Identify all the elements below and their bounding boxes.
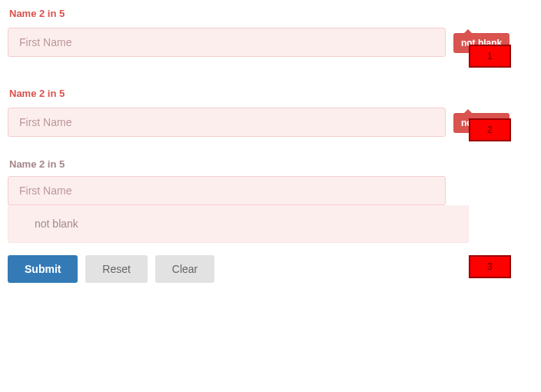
first-name-input[interactable] [8,28,446,57]
annotation-marker: 1 [469,45,511,68]
field-label: Name 2 in 5 [8,158,533,170]
annotation-marker: 3 [469,255,511,278]
annotation-marker: 2 [469,118,511,141]
reset-button[interactable]: Reset [85,255,148,283]
field-label: Name 2 in 5 [8,8,533,19]
button-row: Submit Reset Clear 3 [8,255,533,283]
form-group-3: Name 2 in 5 not blank [8,158,533,243]
first-name-input[interactable] [8,108,446,137]
field-label: Name 2 in 5 [8,88,533,99]
validation-message: not blank [8,205,469,243]
clear-button[interactable]: Clear [155,255,214,283]
form-group-1: Name 2 in 5 not blank 1 [8,8,533,57]
submit-button[interactable]: Submit [8,255,78,283]
form-group-2: Name 2 in 5 not blank 2 [8,88,533,137]
first-name-input[interactable] [8,176,446,205]
